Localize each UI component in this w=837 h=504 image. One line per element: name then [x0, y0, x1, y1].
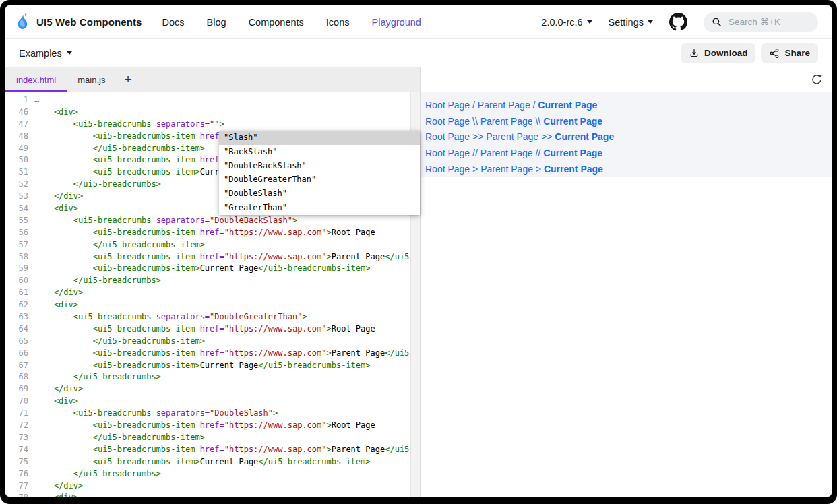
- line-number: 63: [5, 311, 34, 323]
- breadcrumb-link[interactable]: Parent Page: [480, 116, 533, 127]
- refresh-button[interactable]: [811, 73, 823, 86]
- breadcrumb-link[interactable]: Parent Page: [478, 100, 530, 111]
- nav-link-icons[interactable]: Icons: [326, 17, 350, 28]
- code-line-text: </ui5-breadcrumbs-item>: [34, 239, 205, 251]
- line-number: 1: [5, 94, 34, 106]
- code-line-text: <ui5-breadcrumbs-item>Current Page</ui5-…: [34, 456, 371, 468]
- breadcrumb-link[interactable]: Root Page: [425, 116, 470, 127]
- autocomplete-option[interactable]: "GreaterThan": [219, 201, 420, 215]
- search-input[interactable]: [727, 16, 804, 28]
- share-button[interactable]: Share: [761, 43, 818, 63]
- code-line[interactable]: 47 <ui5-breadcrumbs separators="">: [5, 119, 410, 131]
- code-line[interactable]: 78 <div>: [5, 492, 410, 497]
- search-box[interactable]: [704, 12, 818, 32]
- version-dropdown[interactable]: 2.0.0-rc.6: [541, 17, 592, 28]
- code-line[interactable]: 57 </ui5-breadcrumbs-item>: [5, 239, 410, 251]
- download-label: Download: [704, 48, 748, 58]
- code-line[interactable]: 46 <div>: [5, 106, 410, 119]
- code-line[interactable]: 74 <ui5-breadcrumbs-item href="https://w…: [5, 444, 410, 456]
- code-line-text: <ui5-breadcrumbs-item href="https://www.…: [34, 227, 375, 239]
- line-number: 47: [5, 119, 34, 131]
- breadcrumb: Root Page \\ Parent Page \\ Current Page: [425, 113, 832, 129]
- code-line[interactable]: 72 <ui5-breadcrumbs-item href="https://w…: [5, 420, 410, 432]
- download-button[interactable]: Download: [681, 43, 756, 63]
- breadcrumb: Root Page / Parent Page / Current Page: [425, 97, 832, 113]
- nav-link-playground[interactable]: Playground: [372, 17, 421, 28]
- code-line-text: </div>: [34, 191, 83, 203]
- breadcrumb-separator: //: [470, 148, 480, 158]
- code-line[interactable]: 66 <ui5-breadcrumbs-item href="https://w…: [5, 348, 410, 360]
- line-number: 62: [5, 299, 34, 311]
- code-line[interactable]: 61 </div>: [5, 287, 410, 299]
- autocomplete-option[interactable]: "BackSlash": [219, 145, 420, 159]
- add-tab-button[interactable]: +: [116, 67, 140, 92]
- chevron-down-icon: [587, 20, 592, 24]
- nav-link-components[interactable]: Components: [249, 17, 304, 28]
- autocomplete-option[interactable]: "Slash": [219, 131, 420, 145]
- breadcrumb-separator: >: [470, 164, 480, 175]
- brand-title: UI5 Web Components: [36, 16, 142, 28]
- code-line-text: <ui5-breadcrumbs separators="DoubleGreat…: [34, 311, 307, 323]
- code-line[interactable]: 67 <ui5-breadcrumbs-item>Current Page</u…: [5, 360, 410, 372]
- code-line[interactable]: 69 </div>: [5, 383, 410, 396]
- code-line[interactable]: 55 <ui5-breadcrumbs separators="DoubleBa…: [5, 215, 410, 227]
- code-line[interactable]: 68 </ui5-breadcrumbs>: [5, 371, 410, 383]
- breadcrumb-link[interactable]: Root Page: [425, 100, 470, 111]
- code-line[interactable]: 56 <ui5-breadcrumbs-item href="https://w…: [5, 227, 410, 239]
- code-line[interactable]: 70 <div>: [5, 396, 410, 408]
- search-icon: [712, 17, 722, 27]
- line-number: 57: [5, 239, 34, 251]
- code-line[interactable]: 75 <ui5-breadcrumbs-item>Current Page</u…: [5, 456, 410, 468]
- autocomplete-popup: "Slash""BackSlash""DoubleBackSlash""Doub…: [219, 131, 420, 215]
- share-label: Share: [784, 48, 810, 58]
- line-number: 56: [5, 227, 34, 239]
- preview-pane: Root Page / Parent Page / Current PageRo…: [421, 67, 832, 497]
- nav-link-docs[interactable]: Docs: [162, 17, 185, 28]
- code-line-text: </div>: [34, 383, 83, 396]
- code-line[interactable]: 73 </ui5-breadcrumbs-item>: [5, 432, 410, 444]
- breadcrumb-link[interactable]: Root Page: [425, 131, 470, 142]
- line-number: 73: [5, 432, 34, 444]
- autocomplete-option[interactable]: "DoubleBackSlash": [219, 159, 420, 173]
- line-number: 51: [5, 166, 34, 179]
- breadcrumb-link[interactable]: Parent Page: [486, 131, 538, 142]
- github-icon: [669, 13, 687, 31]
- code-line[interactable]: 58 <ui5-breadcrumbs-item href="https://w…: [5, 251, 410, 263]
- line-number: 77: [5, 480, 34, 493]
- code-editor-pane: index.html main.js + 1…46 <div>47 <ui5-b…: [5, 67, 420, 497]
- code-line[interactable]: 1…: [5, 94, 410, 106]
- code-line-text: <ui5-breadcrumbs separators="">: [34, 119, 224, 131]
- line-number: 76: [5, 468, 34, 480]
- code-line[interactable]: 64 <ui5-breadcrumbs-item href="https://w…: [5, 323, 410, 336]
- line-number: 71: [5, 408, 34, 420]
- line-number: 69: [5, 383, 34, 396]
- examples-dropdown[interactable]: Examples: [19, 48, 72, 59]
- examples-label: Examples: [19, 48, 62, 59]
- nav-link-blog[interactable]: Blog: [207, 17, 226, 28]
- code-line-text: <ui5-breadcrumbs-item href="https://www.…: [34, 348, 410, 360]
- code-line[interactable]: 77 </div>: [5, 480, 410, 493]
- code-line[interactable]: 63 <ui5-breadcrumbs separators="DoubleGr…: [5, 311, 410, 323]
- code-line[interactable]: 65 </ui5-breadcrumbs-item>: [5, 336, 410, 348]
- breadcrumb-link[interactable]: Root Page: [425, 164, 470, 175]
- code-line[interactable]: 76 </ui5-breadcrumbs>: [5, 468, 410, 480]
- breadcrumb-link[interactable]: Parent Page: [480, 164, 533, 175]
- breadcrumb-link[interactable]: Root Page: [425, 148, 470, 158]
- brand-home-link[interactable]: UI5 Web Components: [13, 13, 142, 31]
- autocomplete-option[interactable]: "DoubleGreaterThan": [219, 172, 420, 187]
- breadcrumb: Root Page // Parent Page // Current Page: [425, 145, 832, 161]
- code-line[interactable]: 62 <div>: [5, 299, 410, 311]
- line-number: 74: [5, 444, 34, 456]
- code-line[interactable]: 71 <ui5-breadcrumbs separators="DoubleSl…: [5, 408, 410, 420]
- code-line[interactable]: 59 <ui5-breadcrumbs-item>Current Page</u…: [5, 263, 410, 275]
- github-link[interactable]: [669, 13, 687, 31]
- code-line-text: <ui5-breadcrumbs-item href="https://www.…: [34, 251, 410, 263]
- code-line-text: <ui5-breadcrumbs-item href="https://www.…: [34, 323, 375, 336]
- code-line[interactable]: 60 </ui5-breadcrumbs>: [5, 275, 410, 287]
- breadcrumb-link[interactable]: Parent Page: [480, 148, 533, 158]
- settings-dropdown[interactable]: Settings: [609, 17, 653, 28]
- tab-main-js[interactable]: main.js: [67, 67, 116, 92]
- autocomplete-option[interactable]: "DoubleSlash": [219, 187, 420, 201]
- tab-index-html[interactable]: index.html: [5, 67, 67, 92]
- line-number: 68: [5, 371, 34, 383]
